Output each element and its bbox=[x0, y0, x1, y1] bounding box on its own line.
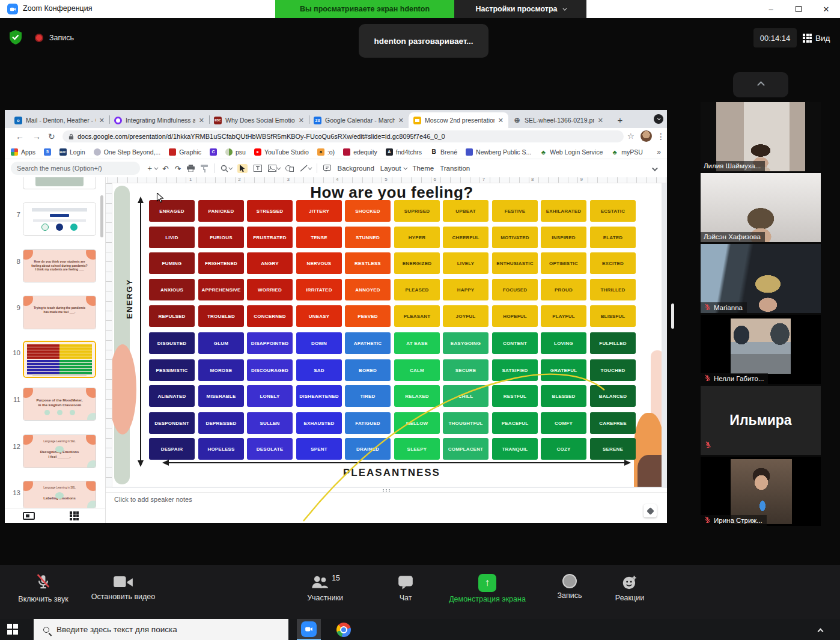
bookmark-item[interactable]: edequity bbox=[343, 148, 377, 156]
layout-button[interactable]: Layout bbox=[380, 165, 407, 172]
slide-thumbnail-partial[interactable] bbox=[23, 177, 96, 189]
bookmark-item[interactable]: C bbox=[210, 148, 217, 156]
notes-resize-handle[interactable] bbox=[106, 488, 667, 492]
participant-name: Нелли Габито... bbox=[714, 375, 764, 382]
new-slide-button[interactable]: ＋ bbox=[146, 163, 157, 174]
forward-button[interactable]: → bbox=[32, 132, 41, 141]
tab-close-icon[interactable]: ✕ bbox=[498, 117, 504, 124]
tab-close-icon[interactable]: ✕ bbox=[398, 117, 404, 124]
view-layout-button[interactable]: Вид bbox=[803, 28, 830, 47]
slide-thumbnail[interactable]: How do you think your students arefeelin… bbox=[23, 249, 96, 282]
slide-thumbnail[interactable] bbox=[23, 341, 96, 378]
slide-thumbnail[interactable]: Purpose of the MoodMeter,in the English … bbox=[23, 388, 96, 421]
tab-close-icon[interactable]: ✕ bbox=[99, 117, 105, 124]
select-tool-button[interactable] bbox=[237, 164, 248, 173]
browser-tab[interactable]: EDCWhy Does Social Emotiona✕ bbox=[209, 112, 309, 128]
tab-search-menu-button[interactable] bbox=[654, 114, 663, 124]
participant-video-tile[interactable]: Marianna bbox=[701, 244, 821, 313]
taskbar-chrome-app[interactable] bbox=[332, 619, 356, 640]
start-button[interactable] bbox=[7, 624, 18, 635]
bookmark-item[interactable]: HACLogin bbox=[59, 148, 85, 156]
participant-video-tile[interactable]: Нелли Габито... bbox=[701, 315, 821, 384]
explore-button[interactable] bbox=[644, 504, 657, 517]
participants-button[interactable]: 15 Участники bbox=[297, 574, 353, 602]
browser-tab[interactable]: ⊕SEL-wheel-1366-0219.png✕ bbox=[508, 112, 608, 128]
browser-tab[interactable]: 23Google Calendar - March 2✕ bbox=[309, 112, 409, 128]
insert-image-button[interactable] bbox=[268, 165, 279, 172]
chat-button[interactable]: Чат bbox=[388, 574, 424, 602]
taskbar-tray-chevron[interactable] bbox=[818, 625, 823, 636]
undo-button[interactable]: ↶ bbox=[163, 164, 169, 173]
unmute-button[interactable]: Включить звук bbox=[18, 574, 68, 603]
amazon-icon: a bbox=[317, 148, 324, 156]
bookmark-item[interactable]: 5 bbox=[44, 148, 51, 156]
tab-close-icon[interactable]: ✕ bbox=[598, 117, 603, 124]
view-settings-button[interactable]: Настройки просмотра bbox=[454, 0, 586, 18]
bookmark-item[interactable]: a:o) bbox=[317, 148, 335, 156]
grid-view-icon[interactable] bbox=[70, 511, 79, 520]
close-button[interactable]: ✕ bbox=[812, 0, 840, 18]
mood-cell: FOCUSED bbox=[492, 279, 538, 300]
browser-tab[interactable]: oMail - Denton, Heather - O✕ bbox=[10, 112, 109, 128]
insert-comment-button[interactable] bbox=[323, 165, 331, 172]
reactions-button[interactable]: Реакции bbox=[609, 574, 651, 602]
bookmark-item[interactable]: BBrené bbox=[430, 148, 457, 156]
share-screen-button[interactable]: ↑ Демонстрация экрана bbox=[436, 574, 539, 603]
tab-close-icon[interactable]: ✕ bbox=[199, 117, 204, 124]
slide-thumbnail[interactable]: Language Learning in SELRecognizing Emot… bbox=[23, 434, 96, 468]
maximize-button[interactable] bbox=[785, 0, 812, 18]
bookmark-item[interactable]: One Step Beyond,... bbox=[94, 148, 161, 156]
hide-menus-button[interactable] bbox=[652, 163, 656, 174]
security-shield-icon[interactable] bbox=[8, 29, 23, 47]
theme-button[interactable]: Theme bbox=[412, 165, 434, 172]
minimize-button[interactable]: – bbox=[757, 0, 785, 18]
bookmark-item[interactable]: ♣Web Login Service bbox=[540, 148, 603, 156]
bookmark-item[interactable]: YouTube Studio bbox=[254, 148, 309, 156]
paint-format-button[interactable] bbox=[201, 165, 208, 172]
participant-video-tile[interactable]: Ильмира bbox=[701, 386, 821, 455]
bookmark-item[interactable]: ♣myPSU bbox=[611, 148, 643, 156]
profile-avatar[interactable] bbox=[641, 130, 652, 142]
browser-tab[interactable]: Moscow 2nd presentation✕ bbox=[409, 112, 508, 128]
text-box-button[interactable] bbox=[254, 165, 262, 172]
filmstrip-scrollbar[interactable] bbox=[100, 195, 103, 237]
record-button[interactable]: Запись bbox=[550, 574, 589, 600]
bookmark-star-icon[interactable]: ☆ bbox=[627, 132, 635, 141]
bookmark-item[interactable]: Newberg Public S... bbox=[466, 148, 531, 156]
bookmarks-overflow-icon[interactable]: » bbox=[657, 148, 661, 156]
taskbar-search-input[interactable]: Введите здесь текст для поиска bbox=[34, 619, 288, 640]
speaker-notes-area[interactable]: Click to add speaker notes bbox=[106, 492, 667, 523]
participant-name-label: Ирина Стриж... bbox=[701, 515, 767, 526]
participant-video-tile[interactable]: Лилия Шаймуха... bbox=[701, 102, 821, 171]
tab-close-icon[interactable]: ✕ bbox=[299, 117, 304, 124]
new-tab-button[interactable]: + bbox=[614, 114, 626, 126]
participant-video-tile[interactable]: Ирина Стриж... bbox=[701, 457, 821, 526]
menus-search-input[interactable]: Search the menus (Option+/) bbox=[11, 162, 140, 175]
filmstrip-view-icon[interactable] bbox=[23, 512, 35, 520]
print-button[interactable] bbox=[187, 165, 195, 172]
browser-menu-icon[interactable]: ⋮ bbox=[657, 132, 665, 141]
slide-thumbnail[interactable] bbox=[23, 203, 96, 236]
taskbar-zoom-app[interactable] bbox=[297, 619, 321, 640]
redo-button[interactable]: ↷ bbox=[175, 164, 181, 173]
transition-button[interactable]: Transition bbox=[440, 165, 470, 172]
zoom-tool-button[interactable] bbox=[221, 165, 231, 172]
participant-video-tile[interactable]: Лэйсэн Хафизова bbox=[701, 173, 821, 242]
bookmark-item[interactable]: Graphic bbox=[169, 148, 201, 156]
slide-thumbnail[interactable]: Trying to teach during the pandemichas m… bbox=[23, 296, 96, 329]
reload-button[interactable]: ↻ bbox=[48, 132, 55, 141]
browser-tab[interactable]: Integrating Mindfulness an✕ bbox=[109, 112, 209, 128]
stop-video-button[interactable]: Остановить видео bbox=[90, 574, 156, 601]
insert-shape-button[interactable] bbox=[285, 165, 294, 172]
bookmark-item[interactable]: psu bbox=[225, 148, 246, 156]
background-button[interactable]: Background bbox=[337, 165, 374, 172]
bookmark-item[interactable]: Apps bbox=[11, 148, 35, 156]
collapse-thumbnails-button[interactable] bbox=[733, 72, 788, 97]
slide-thumbnail[interactable]: Language Learning in SELLabeling Emotion… bbox=[23, 481, 96, 508]
back-button[interactable]: ← bbox=[16, 132, 24, 141]
address-bar[interactable]: docs.google.com/presentation/d/1hkkaYRMB… bbox=[62, 130, 624, 142]
bookmark-item[interactable]: Afnd4tchrs bbox=[386, 148, 422, 156]
insert-line-button[interactable] bbox=[300, 165, 311, 172]
share-scroll-indicator[interactable] bbox=[671, 303, 674, 329]
slide-editor-canvas[interactable]: How are you feeling? ENERGY ENRAGEDPANIC… bbox=[112, 183, 662, 487]
